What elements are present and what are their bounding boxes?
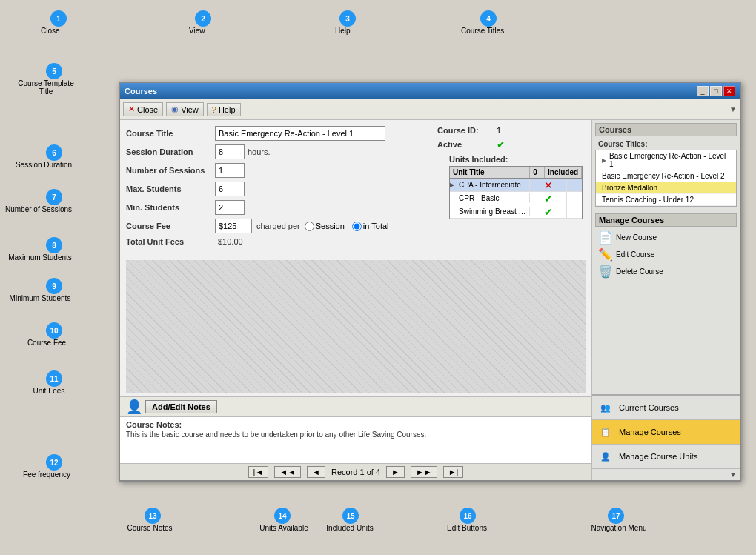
course-title-2: Bronze Medallon [602,184,657,192]
bubble-label-8: Maximum Students [3,253,77,262]
prev-10-button[interactable]: ◄◄ [274,466,301,478]
units-included-section: Units Included: Unit Title 0 Included ▶ … [449,155,586,219]
course-title-1: Basic Emergency Re-Action - Level 2 [602,172,725,180]
total-unit-fees-value: $10.00 [218,237,243,246]
nav-manage-course-units[interactable]: 👤 Manage Course Units [592,445,740,469]
close-icon: ✕ [128,104,135,114]
window-title: Courses [125,87,157,96]
active-checkmark: ✔ [497,139,505,150]
course-titles-subtitle: Course Titles: [595,139,737,150]
bubble-13: 13 [145,508,161,524]
manage-course-units-icon: 👤 [597,448,614,465]
course-list-item-2[interactable]: Bronze Medallon [596,182,736,194]
new-course-item[interactable]: 📄 New Course [595,229,737,246]
delete-course-label: Delete Course [616,267,663,276]
nav-manage-courses[interactable]: 📋 Manage Courses [592,420,740,445]
course-list-item-0[interactable]: ▶ Basic Emergency Re-Action - Level 1 [596,150,736,170]
bubble-label-14: Units Available [251,524,317,532]
unit-title-2: Swimming Breast Stro... [456,207,530,216]
manage-courses-nav-label: Manage Courses [619,428,681,436]
bubble-16: 16 [460,508,476,524]
manage-course-units-label: Manage Course Units [619,452,697,461]
course-arrow-0: ▶ [602,157,606,164]
bubble-label-5: Course Template Title [16,79,76,96]
max-students-input[interactable] [215,182,245,196]
bubble-1: 1 [50,10,67,27]
record-counter: Record 1 of 4 [331,468,380,476]
bubble-9: 9 [46,278,62,294]
course-list-item-1[interactable]: Basic Emergency Re-Action - Level 2 [596,170,736,182]
session-duration-input[interactable] [215,144,245,159]
help-toolbar-button[interactable]: ? Help [207,103,241,116]
edit-course-item[interactable]: ✏️ Edit Course [595,246,737,263]
row-arrow-0: ▶ [450,182,454,188]
bubble-label-4: Course Titles [461,27,504,35]
units-row-1[interactable]: ▶ CPR - Basic ✔ [450,192,582,205]
delete-course-item[interactable]: 🗑️ Delete Course [595,263,737,280]
first-record-button[interactable]: |◄ [248,466,269,478]
course-title-row: Course Title [126,126,422,141]
notes-bar: 👤 Add/Edit Notes [120,396,591,416]
main-window: Courses _ □ ✕ ✕ Close ◉ View ? Help ▼ [119,82,741,482]
courses-list: ▶ Basic Emergency Re-Action - Level 1 Ba… [595,150,737,207]
sidebar-expand-button[interactable]: ▼ [592,469,740,480]
total-unit-fees-row: Total Unit Fees $10.00 [126,237,422,246]
next-10-button[interactable]: ►► [411,466,437,478]
bubble-label-6: Session Duration [10,161,77,169]
bubble-label-10: Course Fee [21,339,73,347]
units-table: Unit Title 0 Included ▶ CPA - Intermedia… [449,166,583,219]
bubble-12: 12 [46,454,62,471]
bubble-label-17: Navigation Menu [586,524,652,532]
bubble-label-3: Help [335,27,351,35]
course-title-input[interactable] [215,126,385,141]
bubble-label-12: Fee frequency [13,471,80,479]
scroll-arrow[interactable]: ▼ [729,105,737,113]
close-window-button[interactable]: ✕ [723,86,735,96]
course-id-row: Course ID: 1 [437,126,586,135]
nav-current-courses[interactable]: 👥 Current Courses [592,396,740,420]
session-radio[interactable]: Session [305,222,345,231]
course-fee-row: Course Fee charged per Session in Total [126,219,422,233]
row-arrow-1: ▶ [450,195,454,202]
bubble-label-9: Minimum Students [3,294,77,302]
add-edit-notes-button[interactable]: Add/Edit Notes [145,400,217,413]
session-duration-row: Session Duration hours. [126,144,422,159]
nav-menu: 👥 Current Courses 📋 Manage Courses 👤 Man… [592,394,740,480]
bubble-label-11: Unit Fees [27,387,71,395]
total-radio[interactable]: in Total [352,222,389,231]
course-title-3: Tennis Coaching - Under 12 [602,196,694,204]
unit-included-0: ✕ [530,179,567,192]
course-notes-area: Course Notes: This is the basic course a… [120,416,591,463]
help-icon: ? [212,105,216,114]
course-title-0: Basic Emergency Re-Action - Level 1 [609,152,730,168]
course-fee-input[interactable] [215,219,252,233]
view-toolbar-button[interactable]: ◉ View [166,102,204,116]
maximize-button[interactable]: □ [710,86,722,96]
minimize-button[interactable]: _ [697,86,709,96]
units-row-2[interactable]: ▶ Swimming Breast Stro... ✔ [450,205,582,219]
last-record-button[interactable]: ►| [443,466,464,478]
bubble-6: 6 [46,144,62,161]
courses-section: Courses Course Titles: ▶ Basic Emergency… [592,120,740,210]
row-arrow-2: ▶ [450,208,454,215]
prev-record-button[interactable]: ◄ [307,466,325,478]
charged-per-label: charged per [256,222,300,230]
close-toolbar-button[interactable]: ✕ Close [123,102,163,116]
bubble-label-7: Number of Sessions [1,205,76,213]
min-students-input[interactable] [215,200,245,215]
bubble-label-2: View [189,27,205,35]
gray-area [126,260,586,393]
manage-courses-section: Manage Courses 📄 New Course ✏️ Edit Cour… [592,210,740,283]
hours-label: hours. [248,147,271,156]
course-list-item-3[interactable]: Tennis Coaching - Under 12 [596,194,736,206]
unit-included-1: ✔ [530,192,567,205]
next-record-button[interactable]: ► [386,466,405,478]
view-label: View [181,105,199,114]
current-courses-label: Current Courses [619,403,679,412]
active-label: Active [437,140,497,149]
units-included-label: Units Included: [449,155,586,164]
bubble-label-15: Included Units [320,524,379,532]
num-sessions-input[interactable] [215,163,245,178]
units-row-0[interactable]: ▶ CPA - Intermediate ✕ [450,179,582,192]
new-course-label: New Course [616,233,657,242]
